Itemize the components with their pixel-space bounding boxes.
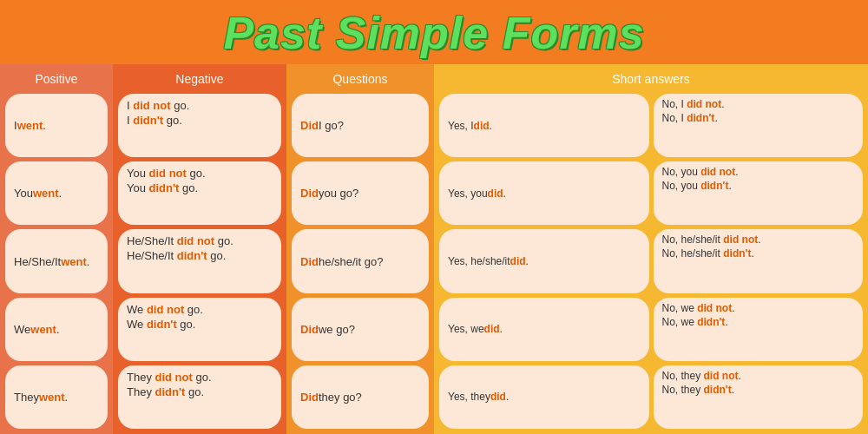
short-row: Yes, I did.No, I did not.No, I didn't.	[439, 94, 863, 157]
short-no-cell: No, I did not.No, I didn't.	[654, 94, 864, 157]
short-no-cell: No, he/she/it did not.No, he/she/it didn…	[654, 229, 864, 293]
short-no-cell: No, you did not.No, you didn't.	[654, 161, 864, 225]
negative-row: He/She/It did not go.He/She/It didn't go…	[118, 229, 281, 293]
negative-header: Negative	[118, 69, 281, 89]
col-short: Short answers Yes, I did.No, I did not.N…	[434, 64, 868, 434]
positive-row: We went.	[5, 298, 108, 361]
positive-row: I went.	[5, 94, 108, 157]
questions-header: Questions	[292, 69, 429, 89]
positive-row: He/She/It went.	[5, 229, 108, 293]
page-wrapper: Past Simple Forms Positive I went.You we…	[0, 0, 868, 434]
page-title: Past Simple Forms	[0, 7, 868, 59]
negative-row: You did not go.You didn't go.	[118, 161, 281, 225]
title-bar: Past Simple Forms	[0, 0, 868, 64]
questions-row: Did I go?	[292, 94, 429, 157]
questions-row: Did he/she/it go?	[292, 229, 429, 293]
positive-header: Positive	[5, 69, 108, 89]
short-no-cell: No, we did not.No, we didn't.	[654, 298, 864, 361]
negative-row: I did not go.I didn't go.	[118, 94, 281, 157]
questions-row: Did you go?	[292, 161, 429, 225]
short-yes-cell: Yes, they did.	[439, 365, 649, 429]
col-positive: Positive I went.You went.He/She/It went.…	[0, 64, 113, 434]
short-row: Yes, we did.No, we did not.No, we didn't…	[439, 298, 863, 361]
short-header: Short answers	[439, 69, 863, 89]
short-row: Yes, they did.No, they did not.No, they …	[439, 365, 863, 429]
short-row: Yes, you did.No, you did not.No, you did…	[439, 161, 863, 225]
short-row: Yes, he/she/it did.No, he/she/it did not…	[439, 229, 863, 293]
short-yes-cell: Yes, I did.	[439, 94, 649, 157]
positive-row: You went.	[5, 161, 108, 225]
negative-row: We did not go.We didn't go.	[118, 298, 281, 361]
columns: Positive I went.You went.He/She/It went.…	[0, 64, 868, 434]
short-no-cell: No, they did not.No, they didn't.	[654, 365, 864, 429]
short-yes-cell: Yes, you did.	[439, 161, 649, 225]
col-negative: Negative I did not go.I didn't go.You di…	[113, 64, 286, 434]
questions-row: Did we go?	[292, 298, 429, 361]
short-yes-cell: Yes, we did.	[439, 298, 649, 361]
questions-row: Did they go?	[292, 365, 429, 429]
short-yes-cell: Yes, he/she/it did.	[439, 229, 649, 293]
col-questions: Questions Did I go?Did you go?Did he/she…	[286, 64, 434, 434]
negative-row: They did not go.They didn't go.	[118, 365, 281, 429]
positive-row: They went.	[5, 365, 108, 429]
